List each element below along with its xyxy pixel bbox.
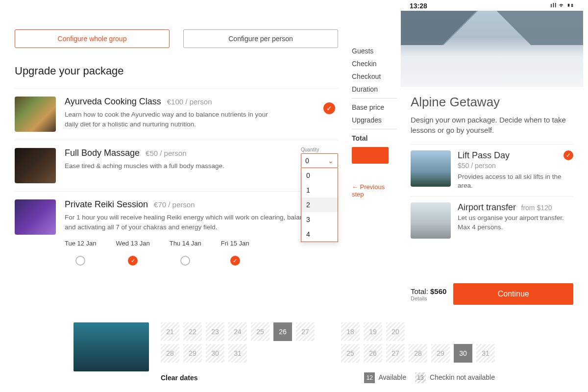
- tab-configure-group[interactable]: Configure whole group: [15, 29, 170, 48]
- battery-icon: ▮▯: [567, 2, 574, 9]
- configure-tabs: Configure whole group Configure per pers…: [15, 29, 338, 48]
- addon-body: Lift Pass Day $50 / person Provides acce…: [458, 150, 573, 190]
- quantity-option[interactable]: 0: [301, 168, 338, 183]
- total-value: $560: [430, 287, 446, 295]
- summary-label: Base price: [352, 103, 397, 111]
- calendar-cell[interactable]: 31: [476, 344, 495, 363]
- tab-configure-person[interactable]: Configure per person: [183, 29, 338, 48]
- calendar-cell[interactable]: 23: [206, 322, 224, 341]
- summary-total-label: Total: [352, 134, 397, 142]
- calendar-cell[interactable]: 26: [364, 344, 382, 363]
- calendar-row: 28 29 30 31 25 26 27 28 29 30 31: [161, 344, 495, 363]
- mobile-body: Alpine Getaway Design your own package. …: [401, 87, 583, 276]
- addon-desc: Learn how to cook the Ayurvedic way and …: [65, 110, 280, 129]
- addon-title: Private Reiki Session: [65, 199, 148, 210]
- summary-label: Guests: [352, 47, 397, 55]
- clear-dates-button[interactable]: Clear dates: [161, 374, 197, 382]
- addon-desc: Provides access to all ski lifts in the …: [458, 172, 573, 190]
- legend-chip-icon: 13: [415, 372, 426, 383]
- addon-price: $50 / person: [458, 162, 573, 170]
- status-bar: 13:28 ıll ᯤ ▮▯: [401, 0, 583, 11]
- addon-title: Full Body Massage: [65, 148, 140, 158]
- calendar-cell[interactable]: 24: [228, 322, 247, 341]
- calendar-strip: 21 22 23 24 25 26 27 18 19 20 28 29 30 3…: [74, 322, 495, 383]
- configure-panel: Configure whole group Configure per pers…: [15, 29, 338, 275]
- quantity-dropdown: 0 1 2 3 4: [301, 168, 338, 242]
- mobile-subtitle: Design your own package. Decide when to …: [411, 115, 573, 135]
- previous-step-link[interactable]: ← Previous step: [352, 183, 397, 198]
- continue-button[interactable]: Continue: [453, 283, 573, 305]
- addon-thumb: [411, 150, 451, 187]
- mobile-footer: Total: $560 Details Continue: [401, 276, 583, 314]
- chevron-down-icon: ⌄: [328, 157, 334, 165]
- calendar-cell[interactable]: 30: [454, 344, 472, 363]
- addon-desc: Let us organise your airport transfer. M…: [458, 214, 573, 231]
- calendar-cell[interactable]: 19: [364, 322, 382, 341]
- addon-thumb: [411, 202, 451, 239]
- quantity-option[interactable]: 1: [301, 183, 338, 197]
- calendar-gap: [318, 344, 337, 363]
- addon-price: €70 / person: [154, 200, 195, 209]
- calendar-cell[interactable]: 31: [228, 344, 247, 363]
- calendar-cell[interactable]: 20: [386, 322, 405, 341]
- quantity-value: 0: [305, 157, 309, 165]
- check-icon[interactable]: ✓: [564, 150, 573, 160]
- calendar-cell[interactable]: 26: [273, 322, 292, 341]
- quantity-option[interactable]: 3: [301, 212, 338, 227]
- calendar-cell[interactable]: 27: [296, 322, 315, 341]
- calendar-cell[interactable]: 27: [386, 344, 405, 363]
- mobile-addon-liftpass: Lift Pass Day $50 / person Provides acce…: [411, 144, 573, 196]
- strip-image: [74, 322, 149, 371]
- mobile-mock: 13:28 ıll ᯤ ▮▯ Alpine Getaway Design you…: [401, 0, 583, 314]
- calendar-cell[interactable]: 22: [183, 322, 202, 341]
- date-radio[interactable]: [180, 256, 190, 266]
- summary-label: Duration: [352, 85, 397, 93]
- status-time: 13:28: [410, 2, 427, 10]
- addon-row-cooking: Ayurveda Cooking Class €100 / person Lea…: [15, 88, 338, 140]
- date-col: Tue 12 Jan: [65, 240, 97, 267]
- legend-label: Checkin not available: [430, 373, 495, 381]
- wifi-icon: ᯤ: [559, 2, 565, 9]
- quantity-select[interactable]: 0 ⌄: [301, 153, 338, 168]
- calendar-cell[interactable]: 25: [251, 322, 270, 341]
- date-radio[interactable]: [75, 256, 85, 266]
- calendar-cell[interactable]: 21: [161, 322, 179, 341]
- details-link[interactable]: Details: [411, 295, 446, 301]
- addon-price: from $120: [521, 204, 552, 212]
- page-title: Upgrade your package: [15, 65, 338, 77]
- calendar-cell[interactable]: 18: [341, 322, 360, 341]
- calendar-cell[interactable]: 25: [341, 344, 360, 363]
- calendar-gap: [318, 322, 337, 341]
- calendar-cell[interactable]: 28: [409, 344, 427, 363]
- status-icons: ıll ᯤ ▮▯: [550, 2, 574, 10]
- legend-label: Available: [378, 373, 406, 381]
- summary-label: Upgrades: [352, 116, 397, 124]
- legend-unavailable: 13 Checkin not available: [415, 372, 495, 383]
- addon-thumb: [15, 97, 56, 132]
- addon-body: Ayurveda Cooking Class €100 / person Lea…: [65, 97, 338, 129]
- calendar-cell[interactable]: 29: [183, 344, 202, 363]
- date-radio[interactable]: [128, 256, 138, 266]
- addon-thumb: [15, 199, 56, 235]
- addon-body: Private Reiki Session €70 / person For 1…: [65, 199, 338, 235]
- addon-title: Ayurveda Cooking Class: [65, 97, 161, 107]
- addon-body: Full Body Massage €50 / person Ease tire…: [65, 148, 338, 171]
- quantity-option[interactable]: 4: [301, 227, 338, 242]
- date-col: Wed 13 Jan: [116, 240, 150, 267]
- date-radio[interactable]: [230, 256, 240, 266]
- check-icon[interactable]: ✓: [323, 102, 335, 114]
- addon-row-reiki: Private Reiki Session €70 / person For 1…: [15, 191, 338, 275]
- calendar-gap: [251, 344, 270, 363]
- quantity-option[interactable]: 2: [301, 197, 338, 212]
- calendar-cell[interactable]: 30: [206, 344, 224, 363]
- legend-chip-icon: 12: [364, 372, 375, 383]
- calendar-gap: [273, 344, 292, 363]
- summary-label: Checkin: [352, 60, 397, 68]
- summary-label: Checkout: [352, 73, 397, 80]
- date-label: Fri 15 Jan: [221, 240, 249, 247]
- addon-price: €50 / person: [146, 149, 186, 157]
- summary-cta-button[interactable]: [352, 147, 389, 164]
- date-label: Thu 14 Jan: [170, 240, 201, 247]
- calendar-cell[interactable]: 28: [161, 344, 179, 363]
- calendar-cell[interactable]: 29: [431, 344, 450, 363]
